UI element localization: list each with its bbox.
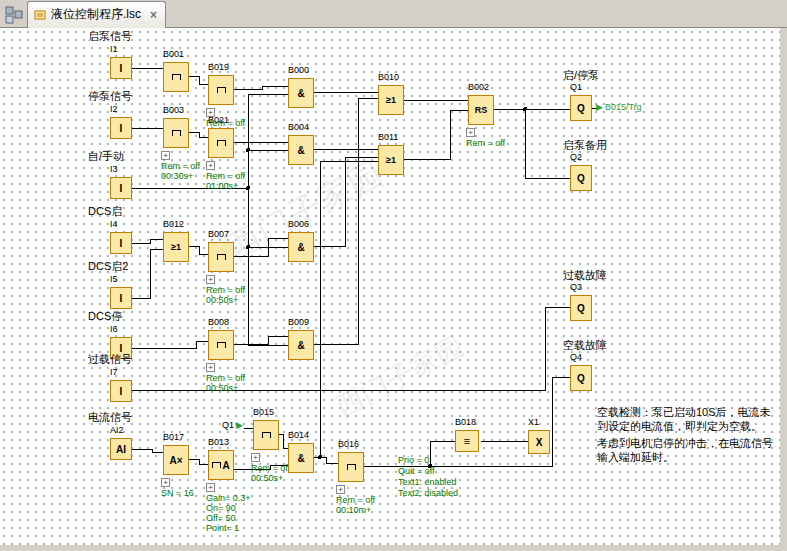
block-id-B015: B015 [253,407,274,417]
block-params-B003: +Rem = off00:30s+ [161,150,200,181]
param-text: 00:30s+ [161,171,200,181]
pulse-waveform-icon [172,74,181,80]
block-B010[interactable]: ≥1 [378,85,404,115]
document-tab[interactable]: 液位控制程序.lsc × [27,1,166,28]
param-text: Off= 50 [206,513,251,523]
block-B011[interactable]: ≥1 [378,145,404,175]
output-block-Q3[interactable]: Q [570,295,592,321]
param-text: Rem = off [336,495,375,505]
expand-icon[interactable]: + [206,483,215,492]
pulse-waveform-icon [262,432,271,438]
block-B007[interactable] [208,242,234,272]
block-B013[interactable]: A [208,450,234,480]
param-text: Rem = off [206,373,245,383]
block-B000[interactable]: & [288,78,314,108]
block-B008[interactable] [208,330,234,360]
param-text: Text1: enabled [398,477,458,488]
block-id-B003: B003 [163,105,184,115]
wire [132,307,570,390]
flag-label: Q1 [222,420,234,430]
block-id-B014: B014 [288,430,309,440]
block-id-X1: X1 [528,417,539,427]
and-glyph: & [297,453,304,464]
diagram-canvas[interactable]: 西门子家园 西门子家园 [0,28,780,545]
rs-glyph: RS [475,105,488,115]
connector-id-I3: I3 [110,164,118,174]
input-block-I1[interactable]: I [110,57,132,79]
block-params-B015: +Rem = off00:50s+ [251,452,290,483]
input-block-I4[interactable]: I [110,232,132,254]
expand-icon[interactable]: + [466,128,475,137]
block-B018[interactable]: ≡ [455,430,479,452]
block-B019[interactable] [208,75,234,105]
tab-title: 液位控制程序.lsc [51,6,141,23]
connector-id-Q1: Q1 [570,82,582,92]
wire [132,249,163,298]
expand-icon[interactable]: + [206,275,215,284]
expand-icon[interactable]: + [161,151,170,160]
param-text: Gain= 0.3+ [206,493,251,503]
block-B004[interactable]: & [288,135,314,165]
or-glyph: ≥1 [171,242,181,252]
block-params-B021: +Rem = off01:00s+ [206,160,245,191]
output-glyph: Q [577,173,585,184]
block-B009[interactable]: & [288,330,314,360]
block-id-B008: B008 [208,317,229,327]
logo-soft-window: { "tab": { "title": "液位控制程序.lsc", "close… [0,0,787,551]
expand-icon[interactable]: + [206,363,215,372]
connector-flag-B015-Trg[interactable]: ▶B015/Trg [596,102,642,112]
app-icon [5,6,23,24]
wire [132,341,208,348]
block-B001[interactable] [163,62,189,92]
wire-junction [246,148,250,152]
block-id-B000: B000 [288,65,309,75]
expand-icon[interactable]: + [206,161,215,170]
block-B016[interactable] [338,452,364,482]
wire [314,98,378,344]
block-B017[interactable]: A× [163,445,189,475]
block-B021[interactable] [208,128,234,158]
input-block-I3[interactable]: I [110,177,132,199]
block-id-B010: B010 [378,72,399,82]
flag-label: B015/Trg [605,102,642,112]
output-block-Q2[interactable]: Q [570,165,592,191]
block-B015[interactable] [253,420,279,450]
pulse-waveform-icon [217,254,226,260]
input-block-I7[interactable]: I [110,380,132,402]
input-glyph: AI [116,444,126,455]
block-id-B009: B009 [288,317,309,327]
input-label-I3: 自/手动 [88,149,124,164]
block-B012[interactable]: ≥1 [163,232,189,262]
param-text: Rem = off [251,463,290,473]
input-block-AI2[interactable]: AI [110,438,132,460]
block-params-B007: +Rem = off00:50s+ [206,274,245,305]
block-B003[interactable] [163,118,189,148]
block-X1[interactable]: X [528,430,550,454]
block-B006[interactable]: & [288,232,314,262]
pulse-waveform-icon [217,342,226,348]
connector-id-I4: I4 [110,219,118,229]
param-text: 01:00s+ [206,181,245,191]
expand-icon[interactable]: + [161,478,170,487]
output-block-Q4[interactable]: Q [570,365,592,391]
param-text: Point= 1 [206,523,251,533]
param-text: Rem = off [206,285,245,295]
or-glyph: ≥1 [386,95,396,105]
output-label-Q2: 启泵备用 [563,138,607,153]
wire [404,110,468,159]
input-block-I5[interactable]: I [110,287,132,309]
param-text: Prio = 0 [398,455,458,466]
param-text: Rem = off [466,138,505,148]
tab-close-icon[interactable]: × [150,8,157,22]
input-glyph: I [120,386,123,397]
connector-id-I2: I2 [110,104,118,114]
input-block-I2[interactable]: I [110,117,132,139]
block-B014[interactable]: & [288,443,314,473]
expand-icon[interactable]: + [251,453,260,462]
param-text: Rem = off [206,171,245,181]
expand-icon[interactable]: + [336,485,345,494]
flag-arrow-icon: ▶ [596,103,603,112]
block-B002[interactable]: RS [468,95,494,125]
connector-flag-Q1[interactable]: Q1▶ [222,420,243,430]
output-block-Q1[interactable]: Q [570,95,592,121]
